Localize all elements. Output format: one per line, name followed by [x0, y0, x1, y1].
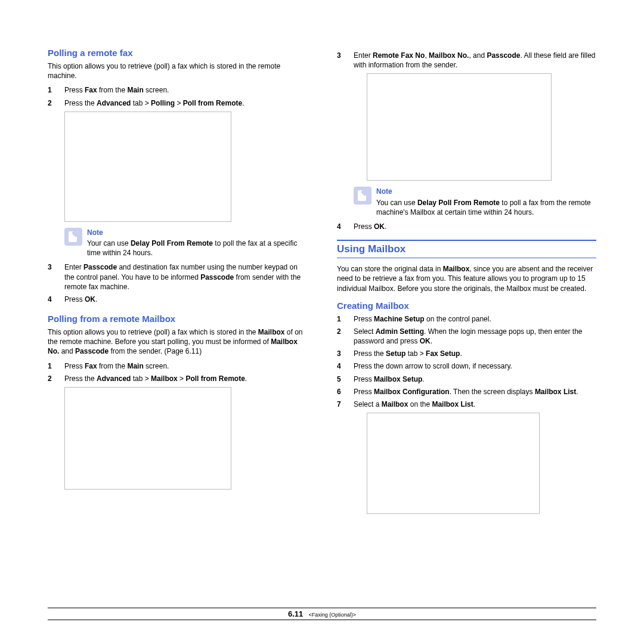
step-1: 1 Press Fax from the Main screen.	[48, 85, 307, 95]
screenshot-placeholder	[367, 73, 552, 181]
c-step-2: 2Select Admin Setting. When the login me…	[337, 327, 596, 346]
polling-remote-fax-heading: Polling a remote fax	[48, 48, 307, 58]
step-3r: 3 Enter Remote Fax No, Mailbox No., and …	[337, 51, 596, 70]
page-number: 6.11	[288, 609, 303, 618]
step-3: 3 Enter Passcode and destination fax num…	[48, 262, 307, 292]
right-column: 3 Enter Remote Fax No, Mailbox No., and …	[337, 48, 596, 520]
c-step-1: 1Press Machine Setup on the control pane…	[337, 314, 596, 324]
note-icon	[354, 187, 371, 205]
c-step-4: 4Press the down arrow to scroll down, if…	[337, 361, 596, 371]
screenshot-placeholder	[64, 387, 231, 490]
using-mailbox-heading: Using Mailbox	[337, 240, 596, 258]
step-2: 2 Press the Advanced tab > Polling > Pol…	[48, 98, 307, 108]
intro-text: This option allows you to retrieve (poll…	[48, 61, 307, 80]
intro-text-2: This option allows you to retrieve (poll…	[48, 327, 307, 357]
c-step-5: 5Press Mailbox Setup.	[337, 374, 596, 384]
step-2b: 2 Press the Advanced tab > Mailbox > Pol…	[48, 374, 307, 383]
c-step-3: 3Press the Setup tab > Fax Setup.	[337, 349, 596, 358]
left-column: Polling a remote fax This option allows …	[48, 48, 307, 520]
note-label: Note	[376, 187, 596, 196]
step-1b: 1 Press Fax from the Main screen.	[48, 361, 307, 371]
c-step-7: 7Select a Mailbox on the Mailbox List.	[337, 400, 596, 409]
note-block: Note Your can use Delay Poll From Remote…	[64, 228, 307, 258]
page-footer: 6.11 <Faxing (Optional)>	[48, 608, 596, 620]
chapter-label: <Faxing (Optional)>	[308, 612, 356, 618]
note-icon	[64, 228, 82, 246]
c-step-6: 6Press Mailbox Configuration. Then the s…	[337, 387, 596, 397]
using-intro: You can store the original data in Mailb…	[337, 264, 596, 293]
step-4: 4 Press OK.	[48, 295, 307, 304]
creating-mailbox-heading: Creating Mailbox	[337, 301, 596, 311]
polling-remote-mailbox-heading: Polling from a remote Mailbox	[48, 314, 307, 324]
note-block: Note You can use Delay Poll From Remote …	[354, 187, 596, 217]
screenshot-placeholder	[64, 112, 231, 222]
step-4r: 4 Press OK.	[337, 222, 596, 231]
note-label: Note	[87, 228, 307, 237]
screenshot-placeholder	[367, 413, 540, 514]
